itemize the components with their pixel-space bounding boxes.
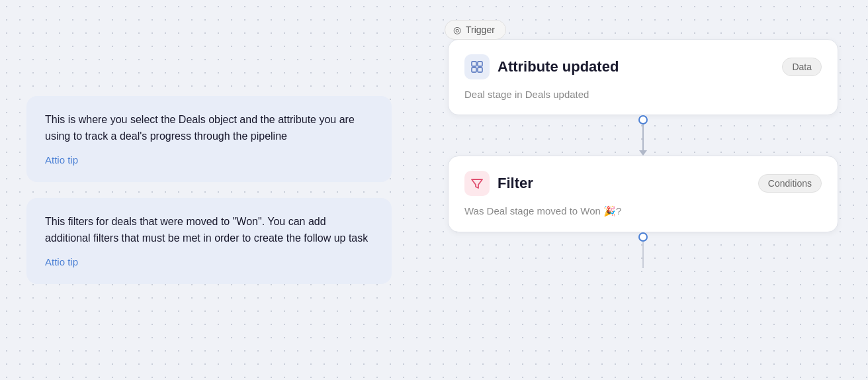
node-2-icon: [464, 171, 490, 196]
connector-1: [638, 115, 648, 156]
node-filter: Filter Conditions Was Deal stage moved t…: [448, 156, 838, 232]
tip-card-1: This is where you select the Deals objec…: [26, 96, 392, 182]
svg-rect-1: [478, 62, 482, 66]
node-1-title-group: Attribute updated: [464, 54, 619, 79]
flow-container: ◎ Trigger Attribute updated: [445, 20, 842, 268]
svg-rect-3: [478, 68, 482, 72]
left-panel: This is where you select the Deals objec…: [0, 0, 418, 380]
trigger-icon: ◎: [453, 24, 461, 35]
right-panel: ◎ Trigger Attribute updated: [418, 0, 868, 380]
node-2-badge[interactable]: Conditions: [758, 174, 822, 193]
node-1-title: Attribute updated: [498, 58, 619, 75]
tip-card-1-link[interactable]: Attio tip: [45, 154, 78, 166]
arrow-head-1: [639, 150, 647, 156]
tip-card-2-link[interactable]: Attio tip: [45, 256, 78, 267]
node-2-header: Filter Conditions: [464, 171, 822, 196]
node-2-title-group: Filter: [464, 171, 533, 196]
tip-card-2-text: This filters for deals that were moved t…: [45, 214, 373, 247]
node-2-title: Filter: [498, 175, 533, 192]
tip-card-1-text: This is where you select the Deals objec…: [45, 112, 373, 145]
connector-dot-1: [638, 115, 648, 124]
arrow-line-1: [642, 124, 644, 151]
svg-rect-0: [472, 62, 476, 66]
svg-rect-2: [472, 68, 476, 72]
node-1-description: Deal stage in Deals updated: [464, 89, 822, 100]
connector-line-2: [642, 242, 644, 268]
node-1-badge[interactable]: Data: [782, 58, 822, 76]
connector-2: [638, 232, 648, 268]
trigger-label: Trigger: [466, 24, 495, 35]
node-2-description: Was Deal stage moved to Won 🎉?: [464, 205, 822, 217]
connector-arrow-1: [639, 124, 647, 156]
connector-dot-2: [638, 232, 648, 242]
node-1-icon: [464, 54, 490, 79]
node-attribute-updated: Attribute updated Data Deal stage in Dea…: [448, 39, 838, 115]
trigger-tab[interactable]: ◎ Trigger: [445, 20, 506, 40]
tip-card-2: This filters for deals that were moved t…: [26, 198, 392, 284]
node-1-header: Attribute updated Data: [464, 54, 822, 79]
